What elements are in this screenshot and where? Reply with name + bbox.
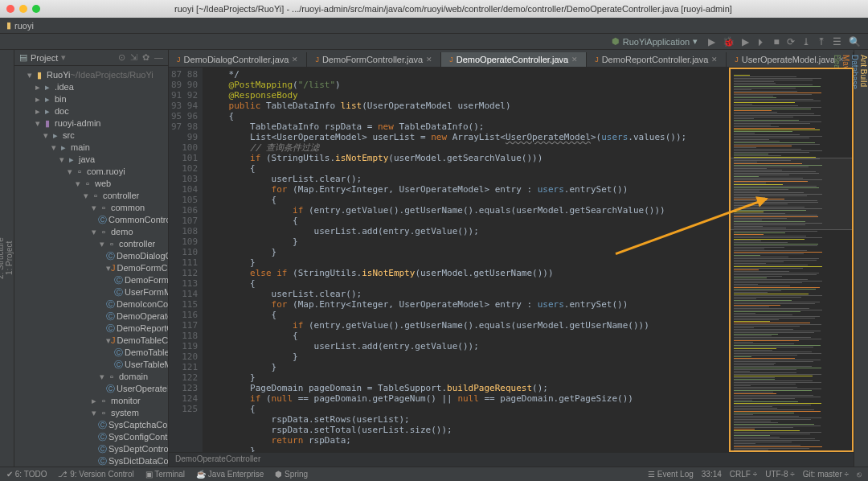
project-view-icon: ▤	[19, 52, 27, 63]
vcs-icon[interactable]: ⤓	[802, 36, 810, 47]
tree-node-src[interactable]: ▾▸src	[14, 130, 168, 142]
debug-icon[interactable]: 🐞	[723, 36, 735, 47]
tree-node-domain[interactable]: ▾▫domain	[14, 371, 168, 383]
tree-node-idea[interactable]: ▸▸.idea	[14, 81, 168, 93]
project-tool-window: ▤ Project ▾ ⊙ ⇲ ✿ — ▾▮RuoYi ~/IdeaProjec…	[14, 50, 169, 467]
top-toolbar: ⬢ RuoYiApplication ▾ ▶ 🐞 ▶ ⏵ ■ ⟳ ⤓ ⤒ ☰ 🔍	[0, 34, 868, 50]
editor-tab-demooperatecontrollerjava[interactable]: JDemoOperateController.java✕	[441, 52, 587, 67]
status-item[interactable]: 33:14	[702, 470, 722, 479]
editor-tab-demoformcontrollerjava[interactable]: JDemoFormController.java✕	[307, 52, 441, 67]
ide-settings-icon[interactable]: ☰	[833, 36, 841, 47]
editor-tab-demoreportcontrollerjava[interactable]: JDemoReportController.java✕	[587, 52, 727, 67]
close-tab-icon[interactable]: ✕	[292, 56, 298, 64]
tree-node-main[interactable]: ▾▸main	[14, 142, 168, 154]
status-item[interactable]: CRLF ÷	[730, 470, 757, 479]
tree-node-system[interactable]: ▾▫system	[14, 407, 168, 419]
minimize-window-icon[interactable]	[19, 5, 27, 13]
tree-node-demodialogcontroller[interactable]: ⒸDemoDialogController	[14, 250, 168, 262]
tree-node-userformmodel[interactable]: ⒸUserFormModel	[14, 286, 168, 298]
status-item[interactable]: Git: master ÷	[803, 470, 849, 479]
tree-node-usertablemodel[interactable]: ⒸUserTableModel	[14, 359, 168, 371]
right-tool-strip: Ant BuildDatabaseMaven ProjectsBean Vali…	[854, 50, 868, 467]
tree-node-demoformcontrollerjava[interactable]: ▾JDemoFormController.java	[14, 262, 168, 274]
line-number-gutter[interactable]: 87 88 89 90 91 92 93 94 95 96 97 98 99 1…	[169, 68, 203, 452]
project-name[interactable]: ruoyi	[14, 21, 34, 31]
project-pane-header[interactable]: ▤ Project ▾ ⊙ ⇲ ✿ —	[14, 50, 168, 66]
editor-area: JDemoDialogController.java✕JDemoFormCont…	[169, 50, 854, 467]
tree-node-useroperatemodel[interactable]: ⒸUserOperateModel	[14, 383, 168, 395]
toolbar-actions: ▶ 🐞 ▶ ⏵ ■ ⟳ ⤓ ⤒ ☰ 🔍	[706, 36, 863, 47]
tree-node-sysdictdatacontroller[interactable]: ⒸSysDictDataController	[14, 455, 168, 467]
chevron-down-icon: ▾	[693, 36, 698, 47]
java-file-icon: J	[177, 56, 181, 64]
status-tab-spring[interactable]: ⬢ Spring	[275, 470, 308, 479]
tree-node-controller[interactable]: ▾▫controller	[14, 190, 168, 202]
tree-node-demotablecontrollerjava[interactable]: ▾JDemoTableController.java	[14, 335, 168, 347]
tree-node-comruoyi[interactable]: ▾▫com.ruoyi	[14, 166, 168, 178]
java-file-icon: J	[449, 56, 453, 64]
left-tool-strip: 1: Project2: StructureWeb2: Favorites	[0, 50, 14, 467]
tree-node-demo[interactable]: ▾▫demo	[14, 226, 168, 238]
tree-node-ruoyi[interactable]: ▾▮RuoYi ~/IdeaProjects/RuoYi	[14, 69, 168, 81]
window-title: ruoyi [~/IdeaProjects/RuoYi] - .../ruoyi…	[45, 4, 862, 14]
status-tab-javaenterprise[interactable]: ☕ Java Enterprise	[196, 470, 264, 479]
tree-node-common[interactable]: ▾▫common	[14, 202, 168, 214]
search-icon[interactable]: 🔍	[849, 36, 861, 47]
hide-icon[interactable]: —	[154, 52, 163, 63]
java-file-icon: J	[595, 56, 599, 64]
editor-breadcrumb[interactable]: DemoOperateController	[169, 452, 854, 467]
close-tab-icon[interactable]: ✕	[711, 56, 718, 64]
tree-node-demoiconcontroller[interactable]: ⒸDemoIconController	[14, 298, 168, 310]
run-config-label: RuoYiApplication	[623, 37, 690, 47]
mac-titlebar: ruoyi [~/IdeaProjects/RuoYi] - .../ruoyi…	[0, 0, 868, 18]
collapse-icon[interactable]: ⇲	[130, 52, 137, 63]
vcs-push-icon[interactable]: ⤒	[817, 36, 825, 47]
tree-node-demoreportcontroller[interactable]: ⒸDemoReportController	[14, 323, 168, 335]
tree-node-controller[interactable]: ▾▫controller	[14, 238, 168, 250]
stop-icon[interactable]: ■	[773, 36, 779, 47]
status-tab-6todo[interactable]: ✔ 6: TODO	[6, 470, 47, 479]
tree-node-web[interactable]: ▾▫web	[14, 178, 168, 190]
close-tab-icon[interactable]: ✕	[426, 56, 432, 64]
tree-node-syscaptchacontroller[interactable]: ⒸSysCaptchaController	[14, 419, 168, 431]
menu-bar[interactable]: ▮ ruoyi	[0, 18, 868, 34]
project-tree[interactable]: ▾▮RuoYi ~/IdeaProjects/RuoYi▸▸.idea▸▸bin…	[14, 66, 168, 467]
event-log-button[interactable]: ☰ Event Log	[648, 470, 694, 479]
tree-node-java[interactable]: ▾▸java	[14, 154, 168, 166]
close-window-icon[interactable]	[6, 5, 14, 13]
tree-node-demoformcontroller[interactable]: ⒸDemoFormController	[14, 274, 168, 286]
project-view-label: Project	[31, 53, 58, 63]
coverage-icon[interactable]: ▶	[742, 36, 749, 47]
java-file-icon: J	[315, 56, 319, 64]
settings-icon[interactable]: ✿	[142, 52, 149, 63]
tree-node-monitor[interactable]: ▸▫monitor	[14, 395, 168, 407]
status-tab-terminal[interactable]: ▣ Terminal	[145, 470, 185, 479]
minimap-viewport[interactable]	[731, 158, 852, 230]
run-config-selector[interactable]: ⬢ RuoYiApplication ▾	[612, 36, 698, 47]
update-icon[interactable]: ⟳	[787, 36, 795, 47]
tree-node-bin[interactable]: ▸▸bin	[14, 93, 168, 105]
close-tab-icon[interactable]: ✕	[571, 56, 578, 64]
status-bar: ✔ 6: TODO⎇ 9: Version Control▣ Terminal☕…	[0, 467, 868, 481]
tree-node-sysconfigcontroller[interactable]: ⒸSysConfigController	[14, 431, 168, 443]
status-tab-9versioncontrol[interactable]: ⎇ 9: Version Control	[58, 470, 133, 479]
status-item[interactable]: UTF-8 ÷	[765, 470, 795, 479]
tree-node-doc[interactable]: ▸▸doc	[14, 105, 168, 117]
tool-tab-project[interactable]: 1: Project	[5, 50, 14, 467]
zoom-window-icon[interactable]	[32, 5, 40, 13]
locate-icon[interactable]: ⊙	[118, 52, 125, 63]
editor-tab-demodialogcontrollerjava[interactable]: JDemoDialogController.java✕	[169, 52, 307, 67]
code-editor[interactable]: */ @PostMapping("/list") @ResponseBody p…	[203, 68, 729, 452]
run-icon[interactable]: ▶	[708, 36, 715, 47]
tree-node-sysdeptcontroller[interactable]: ⒸSysDeptController	[14, 443, 168, 455]
tree-node-demotablecontroller[interactable]: ⒸDemoTableController	[14, 347, 168, 359]
tool-tab-antbuild[interactable]: Ant Build	[859, 50, 868, 467]
tree-node-demooperatecontroller[interactable]: ⒸDemoOperateController	[14, 310, 168, 323]
code-minimap[interactable]	[729, 68, 854, 452]
tool-tab-structure[interactable]: 2: Structure	[0, 50, 5, 467]
tree-node-commoncontroller[interactable]: ⒸCommonController	[14, 214, 168, 226]
profile-icon[interactable]: ⏵	[756, 36, 766, 47]
status-item[interactable]: ⎋	[857, 470, 862, 479]
spring-icon: ⬢	[612, 36, 620, 47]
tree-node-ruoyiadmin[interactable]: ▾▮ruoyi-admin	[14, 117, 168, 130]
